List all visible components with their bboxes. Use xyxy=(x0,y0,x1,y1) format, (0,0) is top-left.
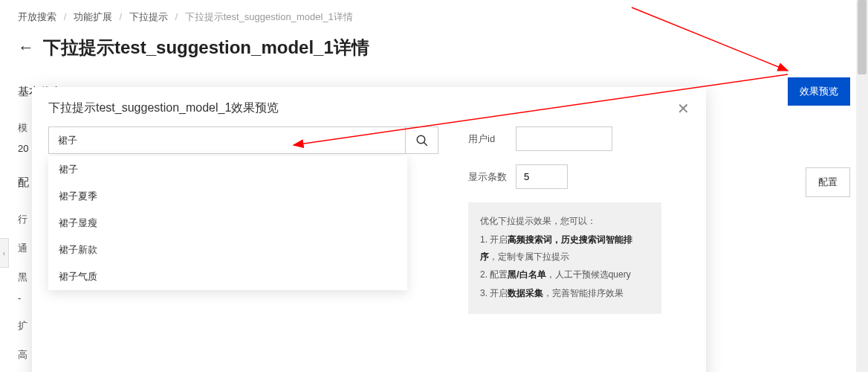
modal-header: 下拉提示test_suggestion_model_1效果预览 ✕ xyxy=(32,87,706,126)
tips-line-1: 1. 开启高频搜索词，历史搜索词智能排序，定制专属下拉提示 xyxy=(480,231,650,266)
doc-link-row: 产品在线文档 xyxy=(32,365,706,372)
breadcrumb-sep: / xyxy=(175,11,178,22)
suggestion-item[interactable]: 裙子夏季 xyxy=(48,183,407,210)
suggestion-item[interactable]: 裙子 xyxy=(48,156,407,183)
breadcrumb-current: 下拉提示test_suggestion_model_1详情 xyxy=(185,11,353,22)
tips-bold: 黑/白名单 xyxy=(508,269,545,280)
svg-line-1 xyxy=(424,142,427,146)
breadcrumb-item-1[interactable]: 功能扩展 xyxy=(74,11,112,22)
count-input[interactable] xyxy=(516,164,568,189)
search-input[interactable] xyxy=(49,127,405,153)
form-label: 模 xyxy=(18,122,27,133)
tips-intro: 优化下拉提示效果，您可以： xyxy=(480,213,650,230)
tips-text: 2. 配置 xyxy=(480,269,508,280)
tips-text: ，定制专属下拉提示 xyxy=(489,251,569,262)
page-title: 下拉提示test_suggestion_model_1详情 xyxy=(43,36,369,60)
page-header: ← 下拉提示test_suggestion_model_1详情 xyxy=(0,31,868,74)
preview-button[interactable]: 效果预览 xyxy=(788,77,850,106)
back-arrow-icon[interactable]: ← xyxy=(18,38,34,57)
tips-bold: 数据采集 xyxy=(508,288,543,298)
tips-text: 3. 开启 xyxy=(480,288,508,298)
form-label: 扩 xyxy=(18,320,27,331)
close-icon[interactable]: ✕ xyxy=(677,101,690,116)
count-label: 显示条数 xyxy=(468,170,516,184)
suggestion-item[interactable]: 裙子新款 xyxy=(48,237,407,263)
form-label: 通 xyxy=(18,243,27,254)
suggestion-item[interactable]: 裙子气质 xyxy=(48,263,407,290)
modal-body: 裙子 裙子夏季 裙子显瘦 裙子新款 裙子气质 用户id 显示条数 优化下拉提示效… xyxy=(32,126,706,365)
svg-point-0 xyxy=(417,135,425,144)
form-label: 黑 xyxy=(18,272,27,283)
search-button[interactable] xyxy=(405,127,438,153)
tips-text: ，完善智能排序效果 xyxy=(543,288,624,298)
scrollbar-track[interactable] xyxy=(856,0,868,372)
modal-title: 下拉提示test_suggestion_model_1效果预览 xyxy=(48,100,279,116)
user-id-input[interactable] xyxy=(516,126,612,151)
form-label: 高 xyxy=(18,349,27,360)
config-title: 配 xyxy=(18,176,29,190)
modal-right: 用户id 显示条数 优化下拉提示效果，您可以： 1. 开启高频搜索词，历史搜索词… xyxy=(468,126,661,350)
config-button[interactable]: 配置 xyxy=(806,167,850,197)
breadcrumb: 开放搜索 / 功能扩展 / 下拉提示 / 下拉提示test_suggestion… xyxy=(0,0,868,31)
search-icon xyxy=(415,134,429,147)
tips-text: ，人工干预候选query xyxy=(546,269,631,280)
form-value: - xyxy=(18,292,21,304)
form-label: 行 xyxy=(18,214,27,225)
suggestion-item[interactable]: 裙子显瘦 xyxy=(48,210,407,237)
breadcrumb-item-0[interactable]: 开放搜索 xyxy=(18,11,56,22)
breadcrumb-sep: / xyxy=(120,11,123,22)
tips-line-2: 2. 配置黑/白名单，人工干预候选query xyxy=(480,266,650,283)
user-id-label: 用户id xyxy=(468,132,516,146)
chevron-left-icon: ‹ xyxy=(3,249,5,257)
breadcrumb-item-2[interactable]: 下拉提示 xyxy=(129,11,168,22)
tips-line-3: 3. 开启数据采集，完善智能排序效果 xyxy=(480,285,650,302)
form-value: 20 xyxy=(18,143,28,154)
search-wrap xyxy=(48,126,438,154)
preview-modal: 下拉提示test_suggestion_model_1效果预览 ✕ 裙子 裙子夏… xyxy=(32,87,706,372)
user-id-field: 用户id xyxy=(468,126,661,151)
modal-left: 裙子 裙子夏季 裙子显瘦 裙子新款 裙子气质 xyxy=(48,126,438,350)
breadcrumb-sep: / xyxy=(64,11,67,22)
suggestion-dropdown: 裙子 裙子夏季 裙子显瘦 裙子新款 裙子气质 xyxy=(48,156,407,290)
tips-box: 优化下拉提示效果，您可以： 1. 开启高频搜索词，历史搜索词智能排序，定制专属下… xyxy=(468,202,661,314)
tips-text: 1. 开启 xyxy=(480,234,508,245)
side-collapse-toggle[interactable]: ‹ xyxy=(0,238,9,268)
count-field: 显示条数 xyxy=(468,164,661,189)
scrollbar-thumb[interactable] xyxy=(858,0,867,74)
